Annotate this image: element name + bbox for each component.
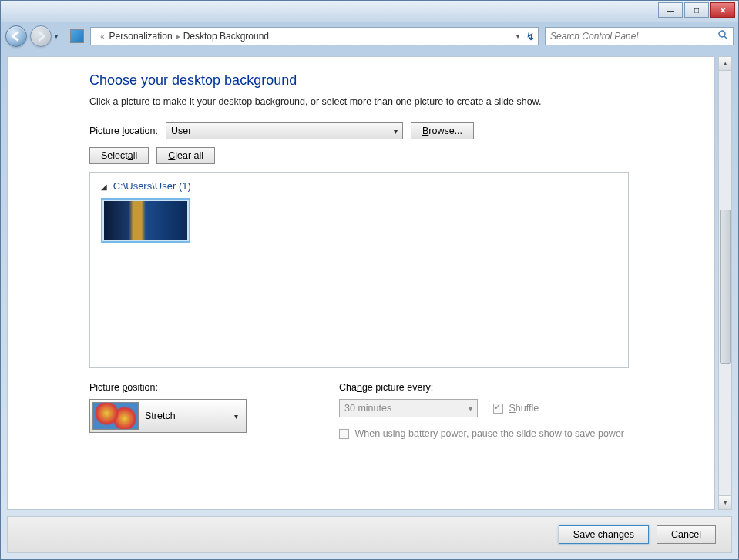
picture-position-column: Picture position: Stretch: [89, 382, 247, 439]
control-panel-window: — □ ✕ ▾ « Personalization ▸ Desktop Back…: [0, 0, 739, 560]
breadcrumb-parent[interactable]: Personalization: [109, 31, 173, 42]
scroll-thumb[interactable]: [720, 210, 731, 364]
change-picture-column: Change picture every: 30 minutes Shuffle…: [339, 382, 624, 439]
arrow-right-icon: [35, 31, 46, 42]
chevron-right-icon: ▸: [173, 31, 183, 42]
svg-point-0: [719, 31, 725, 37]
select-all-button[interactable]: Select all: [89, 147, 149, 164]
search-box[interactable]: [545, 27, 734, 45]
picture-position-label: Picture position:: [89, 382, 247, 393]
picture-position-select[interactable]: Stretch: [89, 399, 247, 433]
page-description: Click a picture to make it your desktop …: [89, 96, 714, 107]
minimize-button[interactable]: —: [658, 2, 683, 18]
nav-history-dropdown[interactable]: ▾: [55, 33, 64, 40]
navigation-toolbar: ▾ « Personalization ▸ Desktop Background…: [1, 22, 738, 50]
save-changes-button[interactable]: Save changes: [559, 525, 649, 544]
maximize-button[interactable]: □: [684, 2, 709, 18]
address-bar[interactable]: « Personalization ▸ Desktop Background ▾…: [90, 27, 539, 45]
picture-location-label: Picture location:: [89, 126, 158, 136]
search-input[interactable]: [550, 31, 728, 42]
dialog-footer: Save changes Cancel: [7, 516, 732, 553]
position-preview-icon: [92, 402, 139, 430]
clear-all-button[interactable]: Clear all: [156, 147, 215, 164]
battery-checkbox: [339, 429, 349, 439]
pictures-list: ◢ C:\Users\User (1) ✓: [89, 172, 629, 368]
browse-button[interactable]: Browse...: [411, 122, 474, 139]
location-icon: [70, 29, 84, 43]
thumbnail-image: [104, 201, 187, 240]
scroll-up-button[interactable]: ▴: [719, 57, 731, 71]
back-button[interactable]: [5, 25, 27, 47]
address-dropdown[interactable]: ▾: [516, 33, 519, 40]
svg-line-1: [724, 36, 727, 39]
battery-option: When using battery power, pause the slid…: [339, 428, 624, 439]
scroll-down-button[interactable]: ▾: [719, 495, 731, 509]
arrow-left-icon: [11, 31, 22, 42]
change-interval-label: Change picture every:: [339, 382, 624, 393]
selection-buttons-row: Select all Clear all: [89, 147, 714, 164]
picture-location-row: Picture location: User Browse...: [89, 122, 714, 139]
bottom-options: Picture position: Stretch Change picture…: [89, 382, 714, 439]
picture-thumbnail[interactable]: ✓: [101, 198, 190, 243]
titlebar: — □ ✕: [1, 1, 738, 22]
picture-group-header[interactable]: ◢ C:\Users\User (1): [101, 180, 617, 192]
picture-location-select[interactable]: User: [166, 122, 403, 139]
scroll-track[interactable]: [719, 71, 731, 495]
forward-button[interactable]: [30, 25, 52, 47]
cancel-button[interactable]: Cancel: [657, 525, 716, 544]
change-interval-select: 30 minutes: [339, 399, 478, 417]
breadcrumb-current[interactable]: Desktop Background: [183, 31, 269, 42]
refresh-button[interactable]: ↯: [526, 31, 535, 42]
vertical-scrollbar[interactable]: ▴ ▾: [718, 56, 732, 510]
collapse-icon: ◢: [101, 183, 107, 191]
breadcrumb-prefix: «: [96, 32, 109, 41]
content-area: Choose your desktop background Click a p…: [7, 56, 715, 510]
close-button[interactable]: ✕: [710, 2, 735, 18]
search-icon[interactable]: [717, 29, 728, 43]
shuffle-checkbox: [493, 404, 503, 414]
page-title: Choose your desktop background: [89, 72, 714, 89]
shuffle-option: Shuffle: [493, 403, 539, 414]
